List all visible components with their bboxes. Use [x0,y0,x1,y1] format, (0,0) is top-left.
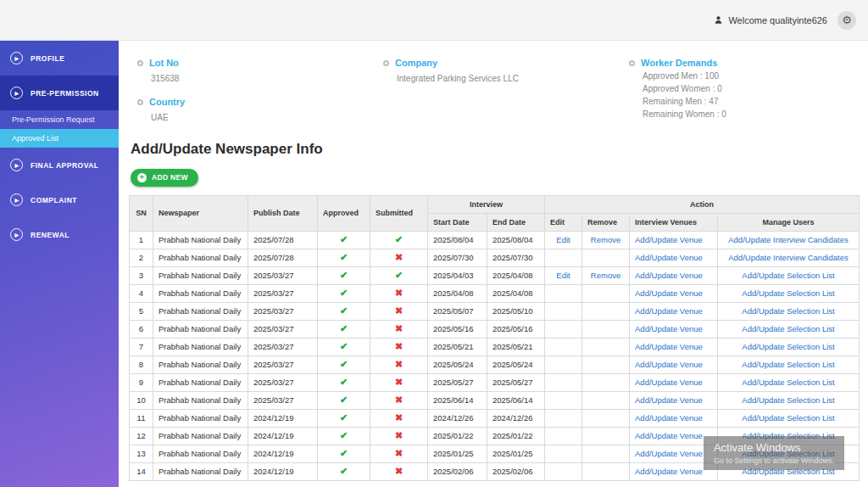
remove-header: Remove [582,213,630,231]
interview-venue-action-link[interactable]: Add/Update Venue [635,449,703,458]
company-value: Integrated Parking Services LLC [397,74,629,83]
add-new-button[interactable]: + ADD NEW [131,169,198,187]
publish-date-cell: 2025/03/27 [248,338,318,355]
remove-action [582,409,630,427]
remove-action-link[interactable]: Remove [591,271,620,280]
settings-button[interactable]: ⚙ [837,11,856,30]
end-date-header: End Date [487,213,545,231]
interview-venue-action-link[interactable]: Add/Update Venue [635,467,703,476]
remaining-men-value: Remaining Men : 47 [643,97,860,106]
edit-action [545,373,582,391]
sn-cell: 12 [130,427,153,445]
lot-no-label: Lot No [149,58,179,68]
start-date-cell: 2025/04/03 [428,266,487,284]
plus-icon: + [137,173,147,182]
newspaper-cell: Prabhab National Daily [153,355,248,373]
approved-check-icon: ✔ [318,427,370,445]
manage-users-action-link[interactable]: Add/Update Interview Candidates [728,235,849,244]
end-date-cell: 2025/04/08 [487,266,545,284]
header-row-1: SN Newspaper Publish Date Approved Submi… [130,195,860,213]
newspaper-cell: Prabhab National Daily [153,409,248,427]
start-date-cell: 2025/07/30 [428,249,487,266]
publish-date-cell: 2025/03/27 [248,355,318,373]
sn-cell: 7 [130,338,153,355]
edit-action-link[interactable]: Edit [556,235,570,244]
edit-action [545,302,582,320]
submitted-cross-icon: ✖ [370,409,428,427]
sn-cell: 1 [130,231,153,249]
remove-action-link[interactable]: Remove [591,235,620,244]
manage-users-action-link[interactable]: Add/Update Selection List [742,306,834,316]
edit-action-link[interactable]: Edit [556,271,570,280]
end-date-cell: 2025/02/06 [487,462,545,480]
manage-users-action-link[interactable]: Add/Update Selection List [742,271,834,280]
start-date-cell: 2025/05/24 [428,355,487,373]
submitted-cross-icon: ✖ [370,391,428,409]
interview-venue-action-link[interactable]: Add/Update Venue [635,306,703,316]
submitted-cross-icon: ✖ [370,320,428,338]
sn-cell: 2 [130,249,153,266]
manage-users-action-link[interactable]: Add/Update Selection List [742,378,834,387]
submitted-cross-icon: ✖ [370,338,428,355]
interview-venue-action: Add/Update Venue [630,231,718,249]
edit-action [545,391,582,409]
manage-users-action: Add/Update Selection List [718,409,860,427]
interview-venue-action-link[interactable]: Add/Update Venue [635,271,703,280]
end-date-cell: 2025/05/21 [487,338,545,355]
interview-venue-action-link[interactable]: Add/Update Venue [635,360,703,369]
table-row: 4Prabhab National Daily2025/03/27✔✖2025/… [130,284,860,302]
interview-venue-action-link[interactable]: Add/Update Venue [635,378,703,387]
interview-venue-action-link[interactable]: Add/Update Venue [635,413,703,423]
approved-check-icon: ✔ [318,391,370,409]
manage-users-action-link[interactable]: Add/Update Selection List [742,342,834,351]
interview-venue-action: Add/Update Venue [630,409,718,427]
interview-venue-action-link[interactable]: Add/Update Venue [635,395,703,405]
newspaper-cell: Prabhab National Daily [153,427,248,445]
manage-users-action: Add/Update Selection List [718,320,860,338]
end-date-cell: 2025/01/25 [487,445,545,462]
start-date-cell: 2024/12/26 [428,409,487,427]
approved-header: Approved [318,195,370,231]
sidebar-item-label: PROFILE [31,54,64,63]
bullet-icon [137,60,143,66]
sn-cell: 4 [130,284,153,302]
interview-venue-action-link[interactable]: Add/Update Venue [635,235,703,244]
sidebar-item-pre-permission[interactable]: ▶ PRE-PERMISSION [0,76,119,110]
start-date-cell: 2025/06/14 [428,391,487,409]
manage-users-action-link[interactable]: Add/Update Selection List [742,360,834,369]
sidebar-subitem-pre-permission-request[interactable]: Pre-Permission Request [0,110,119,129]
submitted-cross-icon: ✖ [370,302,428,320]
interview-venue-action-link[interactable]: Add/Update Venue [635,253,703,262]
remove-action: Remove [582,266,630,284]
remove-action [582,355,630,373]
person-icon [714,15,723,25]
manage-users-action-link[interactable]: Add/Update Selection List [742,288,834,298]
interview-venue-action: Add/Update Venue [630,338,718,355]
end-date-cell: 2025/05/10 [487,302,545,320]
sidebar-item-complaint[interactable]: ▶ COMPLAINT [0,182,119,217]
start-date-cell: 2025/01/25 [428,445,487,462]
sidebar-subitem-approved-list[interactable]: Approved List [0,129,119,148]
sn-cell: 3 [130,266,153,284]
sidebar-item-final-approval[interactable]: ▶ FINAL APPROVAL [0,148,119,182]
interview-venues-header: Interview Venues [630,213,718,231]
interview-venue-action-link[interactable]: Add/Update Venue [635,342,703,351]
manage-users-action-link[interactable]: Add/Update Interview Candidates [728,253,849,262]
end-date-cell: 2025/01/22 [487,427,545,445]
interview-venue-action-link[interactable]: Add/Update Venue [635,324,703,333]
activate-windows-watermark: Activate Windows Go to Settings to activ… [704,436,844,470]
manage-users-action-link[interactable]: Add/Update Selection List [742,395,834,405]
publish-date-cell: 2024/12/19 [248,445,318,462]
manage-users-action-link[interactable]: Add/Update Selection List [742,413,834,423]
newspaper-cell: Prabhab National Daily [153,445,248,462]
table-row: 10Prabhab National Daily2025/03/27✔✖2025… [130,391,860,409]
manage-users-action-link[interactable]: Add/Update Selection List [742,324,834,333]
sidebar-item-renewal[interactable]: ▶ RENEWAL [0,217,119,252]
edit-action [545,284,582,302]
interview-venue-action-link[interactable]: Add/Update Venue [635,288,703,298]
interview-venue-action: Add/Update Venue [630,302,718,320]
add-new-label: ADD NEW [152,173,188,182]
sidebar-item-profile[interactable]: ▶ PROFILE [0,41,119,76]
watermark-subtitle: Go to Settings to activate Windows. [714,456,834,465]
interview-venue-action-link[interactable]: Add/Update Venue [635,431,703,440]
